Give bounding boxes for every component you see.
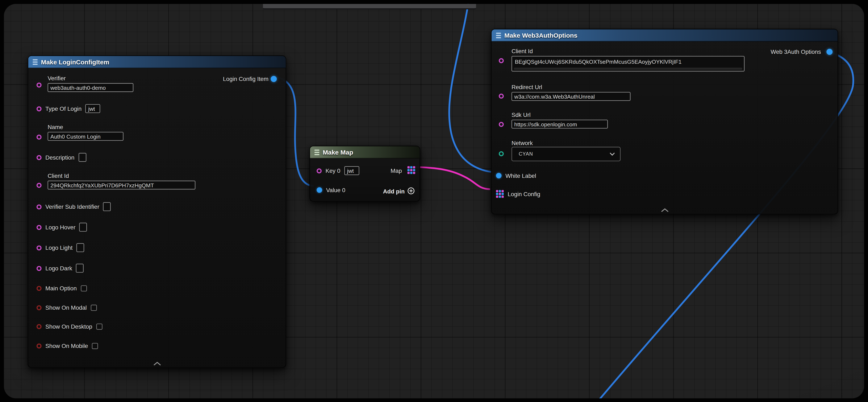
show-on-modal-checkbox[interactable]: [91, 305, 97, 311]
pin-network[interactable]: [499, 151, 504, 156]
sdk-url-input[interactable]: https://sdk.openlogin.com: [512, 120, 608, 128]
main-option-checkbox[interactable]: [81, 285, 87, 291]
pin-row-logo-light: Logo Light: [36, 243, 84, 252]
verifier-sub-identifier-input[interactable]: [103, 202, 111, 211]
pin-logo-light[interactable]: [36, 245, 41, 250]
node-header[interactable]: Make Web3AuthOptions: [492, 29, 838, 41]
pin-label: Verifier: [48, 75, 133, 82]
pin-client-id[interactable]: [36, 183, 41, 188]
add-pin-button[interactable]: Add pin: [383, 187, 414, 195]
node-header[interactable]: Make LoginConfigItem: [28, 56, 285, 68]
output-pin-label: Map: [391, 167, 402, 174]
pin-client-id[interactable]: [499, 58, 504, 63]
pin-label: Network: [512, 140, 533, 146]
pin-verifier-sub-identifier[interactable]: [36, 204, 41, 209]
wire-map-to-login-config[interactable]: [411, 167, 490, 189]
node-make-login-config-item[interactable]: Make LoginConfigItem Login Config Item V…: [28, 56, 286, 368]
blueprint-graph-canvas[interactable]: Make LoginConfigItem Login Config Item V…: [4, 4, 864, 398]
collapse-node-button[interactable]: [153, 362, 161, 366]
pin-redirect-url[interactable]: [499, 93, 504, 98]
key-0-input[interactable]: jwt: [344, 166, 359, 175]
pin-row-description: Description: [36, 153, 86, 162]
name-input[interactable]: Auth0 Custom Login: [48, 132, 124, 141]
pin-row-show-on-modal: Show On Modal: [36, 303, 97, 312]
pin-show-on-desktop[interactable]: [36, 324, 41, 329]
pin-label: Logo Dark: [45, 265, 72, 271]
pin-white-label[interactable]: [496, 173, 501, 178]
pin-label: Show On Desktop: [45, 323, 92, 330]
pin-group-verifier: Verifier web3auth-auth0-demo: [48, 75, 133, 92]
blueprint-editor-window: Make LoginConfigItem Login Config Item V…: [0, 0, 868, 402]
pin-value-0[interactable]: [317, 187, 322, 193]
type-of-login-input[interactable]: jwt: [86, 104, 100, 113]
map-output-pin[interactable]: [407, 166, 415, 174]
pin-row-show-on-mobile: Show On Mobile: [36, 341, 98, 350]
pin-description[interactable]: [36, 155, 41, 160]
pin-show-on-modal[interactable]: [36, 305, 41, 310]
make-struct-icon: [33, 59, 38, 64]
output-pin-label: Web 3Auth Options: [771, 48, 821, 55]
wire-top-to-white-label[interactable]: [449, 4, 490, 172]
node-title: Make Map: [323, 149, 353, 155]
pin-group-client-id: Client Id BEglQSgt4cUWcj6SKRdu5QkOXTsePm…: [512, 48, 744, 71]
pin-label: Sdk Url: [512, 111, 608, 119]
logo-hover-input[interactable]: [80, 223, 87, 231]
node-title: Make LoginConfigItem: [41, 58, 109, 65]
pin-logo-dark[interactable]: [36, 266, 41, 271]
show-on-mobile-checkbox[interactable]: [92, 343, 98, 349]
verifier-input[interactable]: web3auth-auth0-demo: [48, 83, 133, 92]
login-config-item-output-pin[interactable]: [271, 76, 277, 82]
pin-group-redirect-url: Redirect Url w3a://com.w3a.Web3AuthUnrea…: [512, 84, 631, 101]
pin-label: Show On Mobile: [45, 343, 88, 349]
pin-row-verifier-sub-identifier: Verifier Sub Identifier: [36, 202, 111, 211]
logo-light-input[interactable]: [76, 243, 84, 252]
chevron-up-icon: [153, 362, 161, 366]
pin-logo-hover[interactable]: [36, 225, 41, 230]
client-id-input[interactable]: 294QRkchfq2YaXUbPri7D6PH7xzHgQMT: [48, 181, 195, 190]
pin-verifier[interactable]: [36, 83, 41, 88]
client-id-input[interactable]: BEglQSgt4cUWcj6SKRdu5QkOXTsePmMcusG5EAoy…: [512, 56, 744, 71]
redirect-url-input[interactable]: w3a://com.w3a.Web3AuthUnreal: [512, 92, 631, 101]
pin-row-main-option: Main Option: [36, 284, 87, 292]
show-on-desktop-checkbox[interactable]: [96, 323, 102, 329]
pin-label: Type Of Login: [45, 105, 82, 112]
pin-group-client-id: Client Id 294QRkchfq2YaXUbPri7D6PH7xzHgQ…: [48, 172, 195, 190]
collapse-node-button[interactable]: [661, 208, 669, 212]
pin-show-on-mobile[interactable]: [36, 343, 41, 348]
input-scrollbar[interactable]: [514, 67, 742, 70]
pin-label: Key 0: [326, 167, 340, 174]
pin-row-show-on-desktop: Show On Desktop: [36, 322, 102, 331]
pin-label: Client Id: [512, 48, 744, 55]
pin-type-of-login[interactable]: [36, 106, 41, 111]
chevron-up-icon: [661, 208, 669, 212]
pin-label: Login Config: [507, 191, 540, 197]
pin-label: Name: [48, 124, 124, 131]
logo-dark-input[interactable]: [76, 264, 84, 272]
pin-main-option[interactable]: [36, 286, 41, 291]
pin-label: Value 0: [326, 187, 345, 194]
pin-sdk-url[interactable]: [499, 122, 504, 127]
make-struct-icon: [496, 32, 501, 38]
description-input[interactable]: [79, 153, 86, 162]
pin-key-0[interactable]: [317, 168, 321, 173]
client-id-value: BEglQSgt4cUWcj6SKRdu5QkOXTsePmMcusG5EAoy…: [515, 59, 682, 65]
pin-label: Logo Light: [45, 244, 72, 251]
node-make-map[interactable]: Make Map Key 0 jwt Map Value 0 Add pin: [309, 146, 420, 202]
node-header[interactable]: Make Map: [310, 146, 420, 159]
network-dropdown[interactable]: CYAN: [512, 147, 621, 161]
pin-login-config[interactable]: [496, 190, 504, 198]
make-map-icon: [314, 149, 319, 155]
offscreen-node-bottom-edge[interactable]: [263, 4, 476, 9]
pin-group-name: Name Auth0 Custom Login: [48, 124, 124, 141]
pin-label: Logo Hover: [45, 224, 75, 231]
web3auth-options-output-pin[interactable]: [827, 49, 833, 55]
pin-label: Client Id: [48, 172, 195, 179]
pin-label: Redirect Url: [512, 84, 631, 91]
node-make-web3auth-options[interactable]: Make Web3AuthOptions Web 3Auth Options C…: [491, 29, 838, 214]
pin-row-logo-dark: Logo Dark: [36, 264, 84, 272]
add-pin-label: Add pin: [383, 188, 405, 194]
pin-name[interactable]: [36, 135, 41, 140]
pin-row-logo-hover: Logo Hover: [36, 223, 87, 231]
pin-row-key-0: Key 0 jwt: [317, 166, 359, 175]
pin-row-login-config: Login Config: [496, 190, 540, 198]
